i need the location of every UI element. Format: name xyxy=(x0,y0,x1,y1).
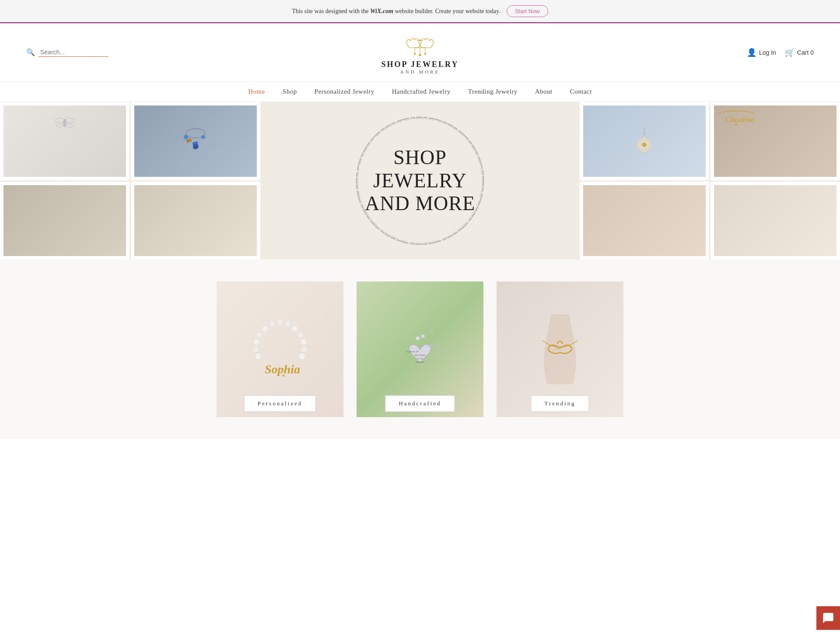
svg-point-37 xyxy=(292,326,298,332)
svg-point-25 xyxy=(642,148,647,153)
logo-icon xyxy=(402,30,438,56)
hero-circle: SHOP JEWELRY AND MORE xyxy=(350,111,490,251)
product-card-trending[interactable]: ∞ Trending xyxy=(497,281,623,417)
svg-point-45 xyxy=(253,339,260,345)
cart-button[interactable]: 🛒 Cart 0 xyxy=(785,48,814,57)
svg-point-16 xyxy=(193,144,198,149)
login-button[interactable]: 👤 Log In xyxy=(747,48,776,57)
product-label-handcrafted: Handcrafted xyxy=(385,395,455,412)
svg-point-35 xyxy=(276,319,284,326)
svg-point-30 xyxy=(639,147,643,151)
header: 🔍 SHOP JEWELRY AND MORE 👤 Log In 🛒 xyxy=(0,23,840,82)
svg-point-7 xyxy=(63,119,66,127)
logo-title: SHOP JEWELRY xyxy=(122,60,718,69)
search-icon: 🔍 xyxy=(26,48,35,56)
hero-banner: SHOP JEWELRY AND MORE xyxy=(0,102,840,260)
start-now-button[interactable]: Start Now xyxy=(507,5,548,17)
hero-img-1 xyxy=(0,102,130,180)
svg-point-39 xyxy=(301,339,307,345)
svg-point-55 xyxy=(421,334,425,338)
svg-point-49 xyxy=(282,374,285,377)
svg-point-26 xyxy=(637,143,641,148)
hero-img-4 xyxy=(131,182,260,260)
svg-point-22 xyxy=(643,133,645,135)
user-icon: 👤 xyxy=(747,48,756,57)
hero-title: SHOP JEWELRY AND MORE xyxy=(365,146,475,216)
products-section: Sophia Personalized a piece of my heart … xyxy=(0,260,840,439)
product-label-trending: Trending xyxy=(531,395,589,412)
svg-text:a piece of: a piece of xyxy=(406,350,419,353)
svg-point-47 xyxy=(255,353,262,360)
svg-text:is in: is in xyxy=(417,357,423,360)
svg-point-4 xyxy=(419,54,421,56)
wix-logo: WiX.com xyxy=(370,8,393,14)
hero-title-line1: SHOP xyxy=(393,146,447,169)
hero-title-line2: JEWELRY xyxy=(373,169,467,192)
svg-text:my heart: my heart xyxy=(415,353,426,357)
cart-label: Cart 0 xyxy=(797,49,814,56)
nav-item-handcrafted[interactable]: Handcrafted Jewelry xyxy=(392,88,451,95)
svg-point-40 xyxy=(301,346,308,353)
navigation: Home Shop Personalized Jewelry Handcraft… xyxy=(0,82,840,102)
nav-item-about[interactable]: About xyxy=(535,88,553,95)
hero-img-2 xyxy=(131,102,260,180)
logo: SHOP JEWELRY AND MORE xyxy=(122,30,718,74)
svg-point-41 xyxy=(299,353,305,360)
svg-text:heaven: heaven xyxy=(416,360,424,364)
search-input[interactable] xyxy=(38,48,108,57)
svg-point-36 xyxy=(285,321,291,327)
svg-point-9 xyxy=(65,118,74,123)
hero-img-7 xyxy=(580,182,709,260)
banner-text: This site was designed with the WiX.com … xyxy=(292,8,500,15)
product-label-personalized: Personalized xyxy=(244,395,316,412)
search-container: 🔍 xyxy=(26,48,122,57)
hero-img-8 xyxy=(710,182,840,260)
svg-point-10 xyxy=(56,124,63,127)
hero-center-text: SHOP JEWELRY AND MORE xyxy=(252,111,588,251)
nav-item-trending[interactable]: Trending Jewelry xyxy=(468,88,518,95)
nav-item-shop[interactable]: Shop xyxy=(283,88,297,95)
svg-point-43 xyxy=(262,326,269,332)
svg-point-31 xyxy=(646,147,650,151)
header-actions: 👤 Log In 🛒 Cart 0 xyxy=(718,48,814,57)
logo-subtitle: AND MORE xyxy=(122,69,718,74)
login-label: Log In xyxy=(759,49,776,56)
svg-point-8 xyxy=(55,118,64,123)
hero-img-3 xyxy=(0,182,130,260)
svg-point-24 xyxy=(642,137,647,142)
hero-img-6: Claudine xyxy=(710,102,840,180)
svg-point-34 xyxy=(735,123,737,126)
hero-collage-right: Claudine xyxy=(580,102,840,260)
svg-point-5 xyxy=(424,53,426,55)
svg-point-13 xyxy=(184,135,189,140)
svg-text:∞: ∞ xyxy=(556,346,559,351)
svg-text:Sophia: Sophia xyxy=(265,362,300,376)
hero-title-line3: AND MORE xyxy=(365,192,475,214)
banner-text-after: website builder. Create your website tod… xyxy=(395,8,500,14)
top-banner: This site was designed with the WiX.com … xyxy=(0,0,840,23)
nav-item-personalized[interactable]: Personalized Jewelry xyxy=(315,88,374,95)
svg-point-17 xyxy=(186,140,189,143)
hero-collage-left xyxy=(0,102,260,260)
svg-point-44 xyxy=(256,332,263,338)
nav-item-contact[interactable]: Contact xyxy=(570,88,592,95)
svg-point-3 xyxy=(414,53,416,55)
svg-point-18 xyxy=(201,135,205,139)
svg-point-32 xyxy=(642,143,647,148)
cart-icon: 🛒 xyxy=(785,48,794,57)
product-card-handcrafted[interactable]: a piece of my heart is in heaven Handcra… xyxy=(357,281,483,417)
svg-text:Claudine: Claudine xyxy=(725,115,754,124)
svg-point-11 xyxy=(66,124,73,127)
svg-point-42 xyxy=(269,321,276,327)
svg-point-38 xyxy=(298,332,304,338)
svg-point-29 xyxy=(646,139,650,143)
banner-text-before: This site was designed with the xyxy=(292,8,368,14)
nav-item-home[interactable]: Home xyxy=(248,88,265,95)
svg-point-54 xyxy=(416,336,420,341)
svg-point-28 xyxy=(639,139,643,143)
hero-img-5 xyxy=(580,102,709,180)
svg-point-27 xyxy=(648,143,652,148)
product-card-personalized[interactable]: Sophia Personalized xyxy=(217,281,343,417)
svg-point-46 xyxy=(253,346,259,353)
